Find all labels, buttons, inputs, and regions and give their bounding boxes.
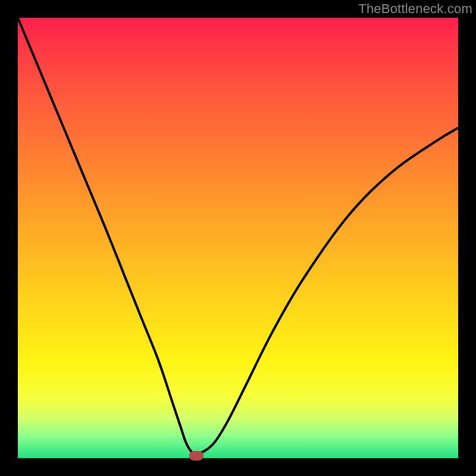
plot-area bbox=[18, 18, 458, 458]
bottleneck-curve bbox=[18, 18, 458, 458]
chart-frame: TheBottleneck.com bbox=[0, 0, 476, 476]
watermark-text: TheBottleneck.com bbox=[358, 1, 472, 17]
optimum-marker bbox=[189, 451, 203, 461]
